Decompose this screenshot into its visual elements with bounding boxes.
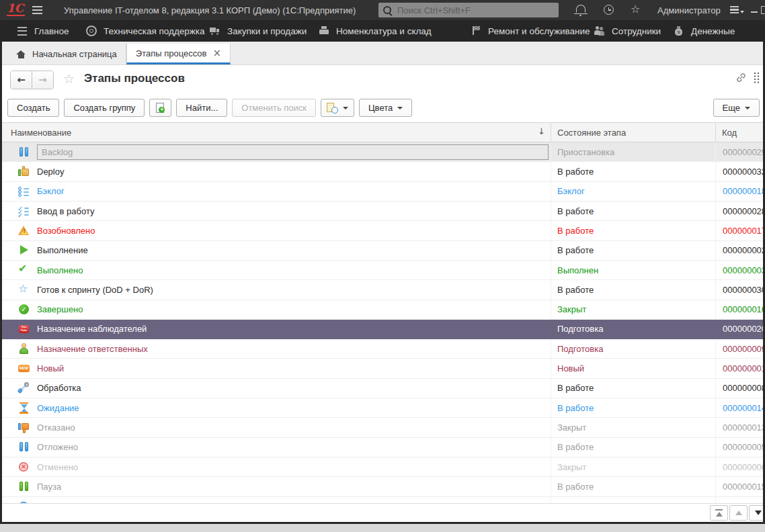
colors-dropdown[interactable]: Цвета [359,99,412,117]
row-code: 000000003 [723,265,763,275]
table-row[interactable]: NEWНовый Новый 000000001 [2,359,763,378]
page-up-button[interactable] [729,505,748,521]
back-button[interactable]: ← [11,71,32,89]
table-row[interactable]: Пауза В работе 000000015 [2,477,763,496]
cell-name: Ожидание [2,398,551,417]
table-row[interactable]: ✓Завершено Закрыт 000000016 [2,300,763,320]
favorites-icon[interactable]: ☆ [631,3,640,15]
notifications-icon[interactable] [576,5,586,13]
moneybag-icon [674,26,684,36]
ribbon: ГлавноеТехническая поддержкаЗакупки и пр… [0,20,765,42]
table-row[interactable]: Бэклог Бэклог 000000018 [2,182,763,202]
find-button[interactable]: Найти... [176,99,227,117]
home-icon [16,50,26,58]
global-search[interactable] [378,3,559,17]
row-state: В работе [557,167,594,177]
ribbon-item-4[interactable]: Номенклатура и склад [319,20,432,42]
cell-name: ✓✓✓Ввод в работу [2,202,551,220]
table-row[interactable]: Выполнение В работе 000000002 [2,241,763,261]
table-row[interactable]: Отказано Закрыт 000000013 [2,418,763,437]
column-header-name[interactable]: Наименование ↓ [2,123,551,142]
row-state: Подготовка [557,344,603,354]
table-row[interactable]: ✕Отменено Закрыт 000000006 [2,457,763,477]
maximize-icon[interactable] [761,6,765,14]
search-input[interactable] [396,5,554,16]
cell-code: 000000008 [716,379,763,398]
cell-name: ✕Отменено [2,457,551,476]
row-code: 000000008 [723,383,763,393]
cell-name: Отложено [2,438,551,457]
row-name: Отложено [37,442,78,452]
hourglass-icon [18,402,30,414]
ribbon-item-3[interactable]: Закупки и продажи [210,20,307,42]
page-title: Этапы процессов [84,72,185,85]
table-row[interactable]: YouTubeНазначение наблюдателей Подготовк… [2,320,763,339]
ribbon-item-2[interactable]: Техническая поддержка [86,20,205,42]
forward-button[interactable]: → [32,71,53,89]
create-button[interactable]: Создать [7,99,59,117]
row-code: 000000020 [723,324,763,334]
column-label: Состояние этапа [557,128,626,138]
cell-state: Закрыт [551,457,716,476]
table-row[interactable]: Обработка В работе 000000008 [2,379,763,398]
favorite-star-icon[interactable]: ☆ [63,71,75,86]
person-icon [18,343,30,355]
main-menu-icon[interactable] [32,6,42,14]
table-row[interactable]: !Возобновлено В работе 000000017 [2,221,763,240]
table-row[interactable]: Назначение ответственных Подготовка 0000… [2,339,763,359]
ribbon-item-1[interactable]: Главное [17,20,69,42]
cell-name: ☆Готов к спринту (DoD + DoR) [2,280,551,299]
history-icon[interactable] [604,5,614,15]
ribbon-item-5[interactable]: Ремонт и обслуживание [471,20,590,42]
cell-code: 000000013 [716,418,763,437]
1c-logo: 1С [7,3,25,16]
table-row[interactable]: Отложено В работе 000000005 [2,438,763,457]
page-down-button[interactable] [749,505,763,521]
tab-1[interactable]: Начальная страница [7,44,126,64]
table-row[interactable]: ✓✓✓Ввод в работу В работе 000000028 [2,202,763,221]
row-state: В работе [557,383,594,393]
screen: { "colors": { "accent_tab": "#2b7cc4", "… [0,0,765,532]
sections-icon [17,26,28,36]
row-state: В работе [557,442,594,452]
tools-settings-menu-icon[interactable] [730,6,745,14]
cell-state: В работе [551,477,716,496]
tab-label: Этапы процессов [136,48,207,58]
cell-code: 000000015 [716,477,763,496]
cancel-search-button[interactable]: Отменить поиск [232,99,316,117]
ribbon-item-6[interactable]: Сотрудники [594,20,661,42]
table-row[interactable]: Backlog Приостановка 000000029 [2,142,763,162]
cell-name: ✓Завершено [2,300,551,319]
ribbon-item-7[interactable]: Денежные [674,20,735,42]
more-actions-icon[interactable] [754,73,760,83]
row-state: Закрыт [557,462,586,472]
cell-name: NEWНовый [2,359,551,378]
close-tab-icon[interactable]: × [213,49,222,58]
tab-2[interactable]: Этапы процессов× [126,44,231,64]
report-settings-dropdown[interactable] [321,99,354,117]
table-row[interactable]: ✔Выполнено Выполнен 000000003 [2,261,763,280]
table-row[interactable]: Ожидание В работе 000000014 [2,398,763,418]
row-state: Бэклог [557,186,585,196]
row-name: Назначение ответственных [37,344,148,354]
current-user[interactable]: Администратор [657,5,721,15]
ribbon-item-label: Главное [34,26,69,36]
cell-name: Обработка [2,379,551,398]
row-state: В работе [557,245,594,255]
create-by-copy-button[interactable] [149,99,171,117]
check-list-icon: ✓✓✓ [18,206,30,217]
column-header-state[interactable]: Состояние этапа [551,123,716,142]
more-dropdown[interactable]: Еще [713,99,760,117]
row-name: Deploy [37,167,64,177]
table-row[interactable]: Deploy В работе 000000032 [2,162,763,181]
get-link-icon[interactable] [735,72,747,83]
column-header-code[interactable]: Код [716,123,763,142]
minimize-icon[interactable] [751,11,758,13]
table-row[interactable]: ☆Готов к спринту (DoD + DoR) В работе 00… [2,280,763,300]
thumbs-up-icon [18,166,30,177]
support-icon [86,26,97,36]
go-to-top-button[interactable] [710,505,728,521]
ribbon-item-label: Закупки и продажи [227,26,307,36]
create-group-button[interactable]: Создать группу [64,99,145,117]
cell-name: Deploy [2,162,551,181]
